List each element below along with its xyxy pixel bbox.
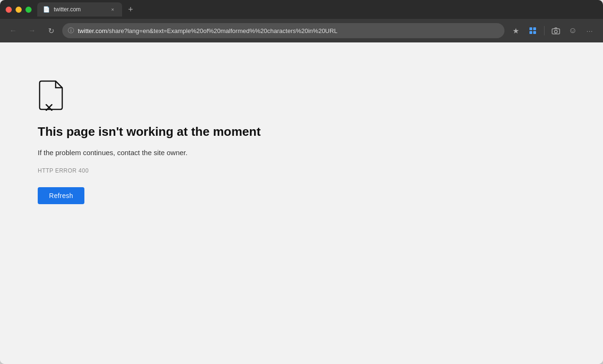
tab-bar: 📄 twitter.com × +	[37, 2, 597, 17]
screenshot-button[interactable]	[548, 23, 563, 38]
bookmark-button[interactable]: ★	[508, 23, 523, 38]
browser-window: 📄 twitter.com × + ← → ↻ ⓘ twitter.com/sh…	[0, 0, 603, 364]
error-description: If the problem continues, contact the si…	[38, 148, 188, 158]
lock-icon: ⓘ	[68, 26, 74, 35]
svg-rect-3	[533, 31, 536, 34]
url-domain: twitter.com	[78, 27, 107, 34]
menu-button[interactable]: ···	[582, 23, 597, 38]
error-file-icon	[38, 80, 66, 111]
emoji-icon: ☺	[569, 26, 577, 35]
svg-rect-1	[533, 27, 536, 30]
refresh-nav-icon: ↻	[48, 26, 54, 35]
traffic-lights	[6, 7, 32, 13]
emoji-button[interactable]: ☺	[565, 23, 580, 38]
refresh-button[interactable]: Refresh	[38, 187, 84, 204]
toolbar-right: ★ ☺ ···	[508, 23, 597, 38]
back-icon: ←	[9, 26, 17, 35]
bookmark-icon: ★	[512, 26, 519, 35]
refresh-nav-button[interactable]: ↻	[43, 23, 58, 38]
svg-point-5	[554, 30, 557, 33]
error-title: This page isn't working at the moment	[38, 124, 261, 140]
forward-button[interactable]: →	[25, 23, 40, 38]
error-icon	[38, 80, 66, 113]
svg-rect-0	[529, 27, 532, 30]
tab-icon: 📄	[43, 6, 50, 13]
title-bar: 📄 twitter.com × +	[0, 0, 603, 19]
camera-icon	[552, 26, 560, 35]
minimize-window-button[interactable]	[16, 7, 22, 13]
toolbar-divider	[544, 26, 545, 35]
error-container: This page isn't working at the moment If…	[38, 80, 261, 204]
close-window-button[interactable]	[6, 7, 12, 13]
maximize-window-button[interactable]	[25, 7, 32, 13]
back-button[interactable]: ←	[6, 23, 21, 38]
forward-icon: →	[28, 26, 36, 35]
address-bar[interactable]: ⓘ twitter.com/share?lang=en&text=Example…	[62, 23, 504, 38]
extensions-button[interactable]	[525, 23, 540, 38]
tab-title: twitter.com	[54, 6, 105, 13]
url-text: twitter.com/share?lang=en&text=Example%2…	[78, 27, 499, 34]
error-code: HTTP ERROR 400	[38, 167, 89, 174]
url-path: /share?lang=en&text=Example%20of%20malfo…	[107, 27, 338, 34]
menu-icon: ···	[586, 27, 593, 34]
extensions-icon	[529, 26, 537, 35]
navigation-bar: ← → ↻ ⓘ twitter.com/share?lang=en&text=E…	[0, 19, 603, 42]
tab-close-button[interactable]: ×	[109, 6, 116, 13]
svg-rect-2	[529, 31, 532, 34]
new-tab-button[interactable]: +	[124, 3, 137, 16]
active-tab[interactable]: 📄 twitter.com ×	[37, 2, 122, 17]
page-content: This page isn't working at the moment If…	[0, 42, 603, 364]
